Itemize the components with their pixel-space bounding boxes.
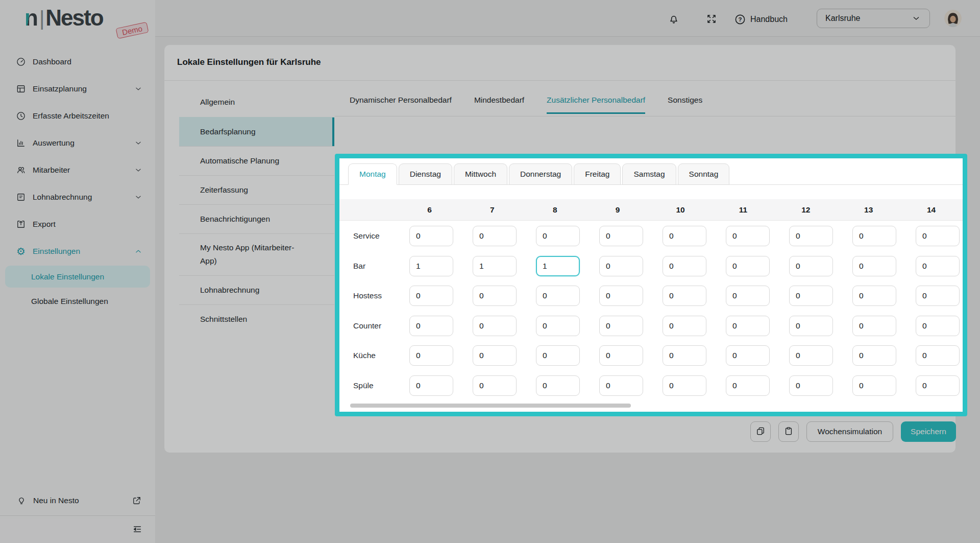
- hour-header-13: 13: [837, 199, 900, 220]
- demand-input-küche-10[interactable]: [663, 345, 706, 366]
- row-label-hostess: Hostess: [353, 286, 382, 306]
- table-row-hostess: Hostess: [339, 286, 963, 306]
- demand-input-bar-11[interactable]: [726, 256, 770, 276]
- spotlight-highlight-box: MontagDienstagMittwochDonnerstagFreitagS…: [335, 154, 967, 416]
- demand-input-service-9[interactable]: [599, 226, 643, 246]
- day-tab-samstag[interactable]: Samstag: [622, 163, 676, 185]
- demand-input-hostess-13[interactable]: [852, 286, 896, 306]
- row-label-spüle: Spüle: [353, 375, 374, 396]
- demand-input-service-6[interactable]: [409, 226, 453, 246]
- demand-input-spüle-9[interactable]: [599, 375, 643, 396]
- day-tab-mittwoch[interactable]: Mittwoch: [454, 163, 507, 185]
- demand-input-hostess-10[interactable]: [663, 286, 706, 306]
- demand-input-bar-13[interactable]: [852, 256, 896, 276]
- app-window: n|Nesto Demo DashboardEinsatzplanungErfa…: [0, 0, 980, 543]
- table-row-counter: Counter: [339, 316, 963, 336]
- demand-input-counter-12[interactable]: [789, 316, 833, 336]
- day-tab-dienstag[interactable]: Dienstag: [399, 163, 452, 185]
- demand-input-counter-7[interactable]: [473, 316, 517, 336]
- demand-input-spüle-11[interactable]: [726, 375, 770, 396]
- demand-input-counter-11[interactable]: [726, 316, 770, 336]
- day-tab-montag[interactable]: Montag: [348, 163, 397, 185]
- demand-input-bar-7[interactable]: [473, 256, 517, 276]
- demand-input-service-7[interactable]: [473, 226, 517, 246]
- demand-input-service-11[interactable]: [726, 226, 770, 246]
- demand-input-spüle-10[interactable]: [663, 375, 706, 396]
- demand-input-spüle-14[interactable]: [916, 375, 960, 396]
- demand-input-hostess-7[interactable]: [473, 286, 517, 306]
- demand-input-hostess-6[interactable]: [409, 286, 453, 306]
- horizontal-scrollbar-thumb[interactable]: [350, 404, 631, 408]
- demand-input-küche-7[interactable]: [473, 345, 517, 366]
- demand-input-küche-11[interactable]: [726, 345, 770, 366]
- demand-input-bar-12[interactable]: [789, 256, 833, 276]
- demand-input-counter-6[interactable]: [409, 316, 453, 336]
- demand-input-küche-9[interactable]: [599, 345, 643, 366]
- demand-input-counter-13[interactable]: [852, 316, 896, 336]
- demand-input-hostess-14[interactable]: [916, 286, 960, 306]
- row-label-counter: Counter: [353, 316, 381, 336]
- demand-input-hostess-9[interactable]: [599, 286, 643, 306]
- demand-input-hostess-8[interactable]: [536, 286, 580, 306]
- demand-input-spüle-12[interactable]: [789, 375, 833, 396]
- hour-header-7: 7: [461, 199, 524, 220]
- hour-header-6: 6: [398, 199, 461, 220]
- hour-header-10: 10: [649, 199, 712, 220]
- hour-header-14: 14: [900, 199, 963, 220]
- demand-input-service-13[interactable]: [852, 226, 896, 246]
- demand-input-bar-8[interactable]: [536, 256, 580, 276]
- demand-input-küche-8[interactable]: [536, 345, 580, 366]
- hour-header-11: 11: [712, 199, 774, 220]
- hour-header-9: 9: [586, 199, 649, 220]
- demand-input-küche-14[interactable]: [916, 345, 960, 366]
- demand-input-spüle-8[interactable]: [536, 375, 580, 396]
- demand-input-hostess-11[interactable]: [726, 286, 770, 306]
- demand-input-bar-9[interactable]: [599, 256, 643, 276]
- day-tab-donnerstag[interactable]: Donnerstag: [509, 163, 572, 185]
- table-row-bar: Bar: [339, 256, 963, 276]
- demand-input-spüle-13[interactable]: [852, 375, 896, 396]
- row-label-service: Service: [353, 226, 380, 246]
- day-tab-freitag[interactable]: Freitag: [574, 163, 621, 185]
- demand-input-counter-10[interactable]: [663, 316, 706, 336]
- demand-input-service-12[interactable]: [789, 226, 833, 246]
- demand-input-service-10[interactable]: [663, 226, 706, 246]
- hour-header-row: 67891011121314: [339, 199, 963, 221]
- day-tab-sonntag[interactable]: Sonntag: [678, 163, 730, 185]
- demand-input-spüle-6[interactable]: [409, 375, 453, 396]
- demand-input-bar-10[interactable]: [663, 256, 706, 276]
- day-tabs: MontagDienstagMittwochDonnerstagFreitagS…: [348, 163, 731, 185]
- demand-input-spüle-7[interactable]: [473, 375, 517, 396]
- demand-input-bar-6[interactable]: [409, 256, 453, 276]
- demand-input-counter-8[interactable]: [536, 316, 580, 336]
- demand-input-küche-6[interactable]: [409, 345, 453, 366]
- demand-input-küche-13[interactable]: [852, 345, 896, 366]
- hour-header-12: 12: [774, 199, 837, 220]
- demand-input-hostess-12[interactable]: [789, 286, 833, 306]
- table-row-service: Service: [339, 226, 963, 246]
- row-label-bar: Bar: [353, 256, 365, 276]
- table-row-küche: Küche: [339, 345, 963, 366]
- demand-table-panel: MontagDienstagMittwochDonnerstagFreitagS…: [339, 158, 963, 412]
- hour-header-8: 8: [524, 199, 586, 220]
- demand-input-bar-14[interactable]: [916, 256, 960, 276]
- demand-input-counter-14[interactable]: [916, 316, 960, 336]
- demand-input-service-8[interactable]: [536, 226, 580, 246]
- demand-input-küche-12[interactable]: [789, 345, 833, 366]
- demand-input-service-14[interactable]: [916, 226, 960, 246]
- row-label-küche: Küche: [353, 345, 376, 366]
- demand-input-counter-9[interactable]: [599, 316, 643, 336]
- table-row-spüle: Spüle: [339, 375, 963, 396]
